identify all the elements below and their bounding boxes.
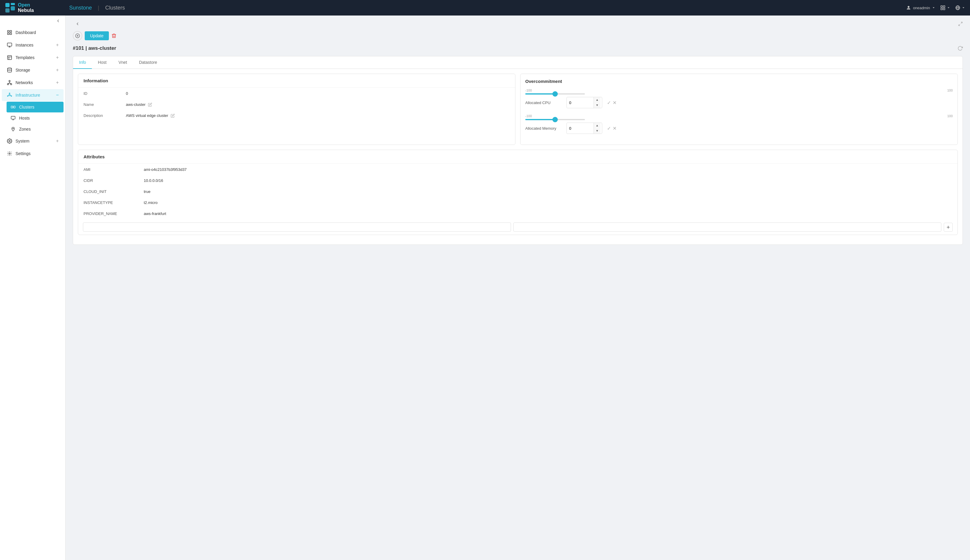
memory-increment-button[interactable]: ▲: [594, 123, 600, 128]
svg-point-23: [9, 80, 10, 82]
add-attribute-button[interactable]: [944, 223, 953, 232]
system-plus-icon[interactable]: +: [56, 138, 59, 144]
topbar: OpenNebula Sunstone | Clusters oneadmin: [0, 0, 970, 15]
table-row: ID 0: [79, 88, 515, 99]
svg-rect-37: [13, 106, 15, 108]
cpu-decrement-button[interactable]: ▼: [594, 103, 600, 108]
hosts-icon: [10, 115, 16, 121]
tab-datastore[interactable]: Datastore: [133, 57, 163, 69]
sidebar-item-label-networks: Networks: [15, 80, 53, 85]
field-key-name: Name: [79, 99, 120, 110]
edit-description-icon[interactable]: [171, 113, 175, 118]
field-key-description: Description: [79, 110, 120, 121]
sidebar-item-instances[interactable]: Instances +: [2, 39, 63, 51]
refresh-button[interactable]: [957, 46, 963, 51]
infrastructure-minus-icon[interactable]: −: [56, 92, 59, 98]
update-button[interactable]: Update: [85, 31, 109, 40]
svg-point-40: [13, 128, 13, 129]
sidebar-item-hosts[interactable]: Hosts: [7, 113, 63, 123]
grid-menu[interactable]: [940, 5, 950, 10]
svg-line-44: [959, 24, 960, 26]
plus-icon: [946, 225, 951, 230]
svg-rect-2: [5, 8, 10, 13]
networks-plus-icon[interactable]: +: [56, 80, 59, 85]
new-attribute-value-input[interactable]: [513, 222, 942, 232]
sidebar-item-label-dashboard: Dashboard: [15, 30, 59, 35]
sidebar-item-label-instances: Instances: [15, 43, 53, 47]
table-row: CLOUD_INIT true: [79, 187, 957, 197]
pencil-icon2: [171, 113, 175, 118]
back-button[interactable]: [73, 20, 82, 27]
pencil-icon: [148, 103, 152, 107]
instances-icon: [7, 42, 13, 48]
fullscreen-button[interactable]: [958, 22, 963, 26]
cpu-slider-row: [525, 93, 953, 95]
svg-rect-15: [10, 33, 12, 35]
cpu-input-row: Allocated CPU ▲ ▼ ✓: [525, 97, 953, 108]
svg-rect-14: [7, 33, 9, 35]
svg-point-30: [9, 93, 10, 94]
attr-value-cidr: 10.0.0.0/16: [139, 175, 957, 186]
templates-icon: [7, 55, 13, 60]
cpu-cancel-icon[interactable]: ✕: [613, 100, 617, 105]
sidebar-item-infrastructure[interactable]: Infrastructure −: [2, 89, 63, 101]
topbar-divider: |: [98, 5, 99, 11]
sidebar-sub-infrastructure: Clusters Hosts Zones: [5, 102, 65, 135]
memory-slider[interactable]: [525, 119, 585, 120]
sidebar-item-system[interactable]: System +: [2, 135, 63, 147]
user-menu[interactable]: oneadmin: [906, 5, 935, 10]
svg-rect-7: [941, 8, 942, 10]
sidebar-item-zones[interactable]: Zones: [7, 124, 63, 135]
delete-button[interactable]: [111, 33, 117, 38]
cpu-increment-button[interactable]: ▲: [594, 97, 600, 103]
tab-host[interactable]: Host: [92, 57, 112, 69]
sidebar-item-clusters[interactable]: Clusters: [7, 102, 63, 112]
sunstone-label[interactable]: Sunstone: [69, 5, 92, 11]
sidebar-item-settings[interactable]: Settings: [2, 148, 63, 160]
svg-point-22: [7, 68, 12, 70]
sidebar-item-label-clusters: Clusters: [19, 105, 60, 110]
sidebar-item-label-storage: Storage: [15, 68, 53, 72]
sidebar-item-dashboard[interactable]: Dashboard: [2, 27, 63, 38]
svg-line-27: [8, 83, 10, 84]
memory-cancel-icon[interactable]: ✕: [613, 125, 617, 131]
memory-section: -100 100 Allocated Memory: [525, 114, 953, 134]
instances-plus-icon[interactable]: +: [56, 42, 59, 48]
svg-point-42: [9, 153, 10, 155]
sidebar-item-networks[interactable]: Networks +: [2, 77, 63, 88]
topbar-page-title: Clusters: [105, 5, 125, 11]
cluster-title-row: #101 | aws-cluster: [73, 45, 963, 51]
tab-info[interactable]: Info: [73, 57, 92, 69]
cpu-number-input-wrap: ▲ ▼: [567, 97, 602, 108]
information-header: Information: [78, 74, 515, 88]
svg-point-24: [7, 83, 9, 85]
sidebar-item-templates[interactable]: Templates +: [2, 52, 63, 63]
sidebar-item-storage[interactable]: Storage +: [2, 64, 63, 76]
add-button[interactable]: [73, 31, 82, 40]
cpu-slider-labels: -100 100: [525, 88, 953, 92]
tab-vnet[interactable]: Vnet: [112, 57, 133, 69]
storage-plus-icon[interactable]: +: [56, 67, 59, 73]
dashboard-icon: [7, 30, 13, 35]
user-label: oneadmin: [913, 6, 930, 10]
sidebar-collapse-button[interactable]: [0, 15, 65, 26]
table-row: INSTANCETYPE t2.micro: [79, 197, 957, 208]
memory-number-input[interactable]: [567, 124, 593, 132]
memory-confirm-icon[interactable]: ✓: [607, 125, 611, 131]
app-name-top: OpenNebula: [18, 2, 34, 13]
add-attribute-row: [78, 220, 957, 235]
cpu-slider[interactable]: [525, 93, 585, 95]
edit-name-icon[interactable]: [148, 103, 152, 107]
info-grid: Information ID 0 Name a: [78, 73, 958, 145]
cpu-confirm-icon[interactable]: ✓: [607, 100, 611, 105]
chevron-down-icon: [932, 6, 935, 10]
settings-icon: [7, 151, 13, 157]
memory-decrement-button[interactable]: ▼: [594, 128, 600, 133]
new-attribute-key-input[interactable]: [83, 222, 511, 232]
logo-icon: [5, 2, 15, 13]
templates-plus-icon[interactable]: +: [56, 55, 59, 60]
cpu-number-input[interactable]: [567, 99, 593, 107]
attr-value-cloud-init: true: [139, 187, 957, 197]
language-menu[interactable]: [955, 5, 965, 10]
grid-icon: [940, 5, 945, 10]
